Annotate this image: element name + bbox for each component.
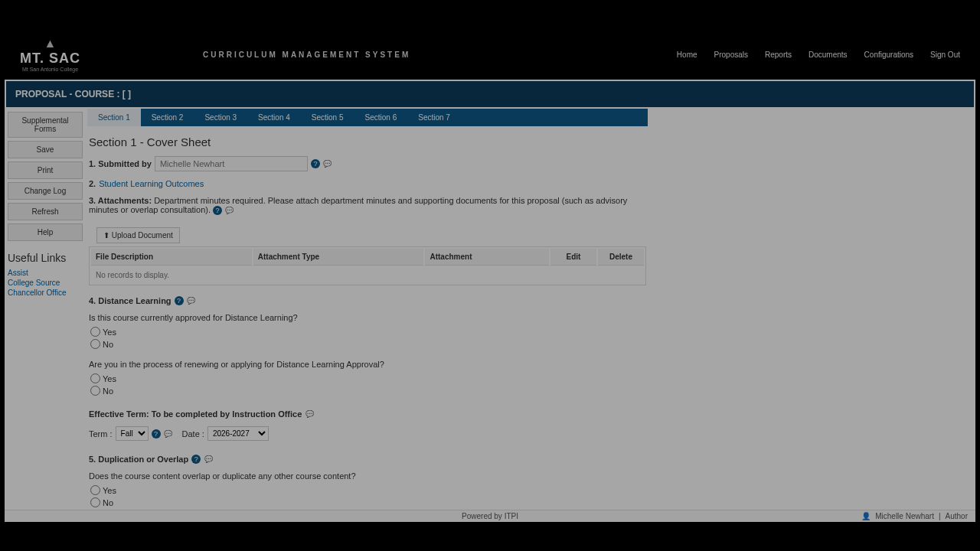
footer: Powered by ITPI 👤 Michelle Newhart | Aut…	[5, 510, 975, 522]
col-attachment-type: Attachment Type	[253, 249, 424, 266]
dl-question-2: Are you in the process of renewing or ap…	[89, 360, 646, 369]
help-icon[interactable]: ?	[213, 206, 222, 215]
yes-label: Yes	[103, 328, 116, 337]
nav-configurations[interactable]: Configurations	[864, 51, 913, 59]
useful-links-title: Useful Links	[8, 252, 83, 264]
comment-icon[interactable]: 💬	[164, 429, 173, 439]
tab-section-4[interactable]: Section 4	[247, 109, 301, 126]
person-icon: 👤	[861, 512, 871, 520]
col-delete: Delete	[598, 249, 644, 266]
overlap-no-radio[interactable]	[90, 497, 100, 507]
comment-icon[interactable]: 💬	[187, 296, 196, 305]
col-file-description: File Description	[91, 249, 252, 266]
link-chancellor-office[interactable]: Chancellor Office	[8, 289, 83, 297]
proposal-titlebar: PROPOSAL - COURSE : [ ]	[6, 81, 974, 107]
app-header: ▲ MT. SAC Mt San Antonio College CURRICU…	[5, 29, 975, 80]
yes-label: Yes	[103, 486, 116, 495]
help-icon[interactable]: ?	[175, 296, 184, 305]
help-icon[interactable]: ?	[311, 159, 320, 168]
section-title: Section 1 - Cover Sheet	[89, 135, 646, 148]
logo: ▲ MT. SAC Mt San Antonio College	[20, 37, 80, 72]
tab-section-6[interactable]: Section 6	[354, 109, 408, 126]
effective-term-label: Effective Term: To be completed by Instr…	[89, 409, 302, 419]
main-panel: Section 1 Section 2 Section 3 Section 4 …	[86, 109, 649, 510]
col-edit: Edit	[550, 249, 596, 266]
nav-sign-out[interactable]: Sign Out	[930, 51, 960, 59]
upload-label: Upload Document	[112, 231, 173, 240]
tab-section-2[interactable]: Section 2	[141, 109, 194, 126]
table-empty-message: No records to display.	[91, 267, 644, 283]
help-icon[interactable]: ?	[191, 455, 201, 464]
upload-icon: ⬆	[103, 231, 109, 240]
top-nav: Home Proposals Reports Documents Configu…	[677, 51, 960, 59]
no-label: No	[103, 498, 113, 507]
save-button[interactable]: Save	[8, 141, 83, 158]
dl-q1-no-radio[interactable]	[90, 339, 100, 349]
footer-user: Michelle Newhart	[875, 512, 934, 520]
no-label: No	[103, 386, 113, 396]
footer-role: Author	[946, 512, 968, 520]
term-label: Term :	[89, 429, 113, 439]
powered-by: Powered by ITPI	[462, 512, 518, 520]
nav-home[interactable]: Home	[677, 51, 697, 59]
submitted-by-label: 1. Submitted by	[89, 159, 152, 168]
overlap-question: Does the course content overlap or dupli…	[89, 471, 646, 481]
dl-question-1: Is this course currently approved for Di…	[89, 313, 646, 322]
date-label: Date :	[182, 429, 204, 439]
col-attachment: Attachment	[425, 249, 549, 266]
supplemental-forms-button[interactable]: Supplemental Forms	[8, 112, 83, 138]
system-title: CURRICULUM MANAGEMENT SYSTEM	[203, 51, 410, 59]
no-label: No	[103, 340, 113, 349]
link-college-source[interactable]: College Source	[8, 279, 83, 287]
link-assist[interactable]: Assist	[8, 269, 83, 277]
tab-section-1[interactable]: Section 1	[87, 109, 141, 126]
help-icon[interactable]: ?	[152, 429, 161, 439]
tab-section-7[interactable]: Section 7	[407, 109, 461, 126]
tab-section-5[interactable]: Section 5	[301, 109, 354, 126]
comment-icon[interactable]: 💬	[224, 206, 234, 215]
footer-sep: |	[939, 512, 941, 520]
change-log-button[interactable]: Change Log	[8, 182, 83, 200]
dl-q1-yes-radio[interactable]	[90, 327, 100, 337]
print-button[interactable]: Print	[8, 161, 83, 179]
submitted-by-input[interactable]	[155, 156, 308, 171]
attachments-text: Department minutes required. Please atta…	[89, 196, 627, 214]
upload-document-button[interactable]: ⬆ Upload Document	[96, 227, 180, 243]
attachments-table: File Description Attachment Type Attachm…	[89, 246, 646, 285]
section-tabs: Section 1 Section 2 Section 3 Section 4 …	[87, 109, 648, 126]
comment-icon[interactable]: 💬	[204, 455, 213, 464]
comment-icon[interactable]: 💬	[305, 409, 314, 419]
attachments-label: 3. Attachments:	[89, 196, 152, 205]
tab-section-3[interactable]: Section 3	[194, 109, 247, 126]
q2-label: 2.	[89, 179, 96, 188]
sidebar: Supplemental Forms Save Print Change Log…	[5, 109, 86, 510]
distance-learning-label: 4. Distance Learning	[89, 296, 172, 305]
nav-proposals[interactable]: Proposals	[714, 51, 748, 59]
duplication-label: 5. Duplication or Overlap	[89, 455, 188, 464]
date-select[interactable]: 2026-2027	[207, 426, 269, 441]
slo-link[interactable]: Student Learning Outcomes	[99, 179, 204, 188]
dl-q2-yes-radio[interactable]	[90, 373, 100, 383]
dl-q2-no-radio[interactable]	[90, 386, 100, 396]
refresh-button[interactable]: Refresh	[8, 203, 83, 220]
term-select[interactable]: Fall	[116, 426, 149, 441]
yes-label: Yes	[103, 374, 116, 383]
overlap-yes-radio[interactable]	[90, 485, 100, 495]
comment-icon[interactable]: 💬	[323, 159, 332, 168]
nav-documents[interactable]: Documents	[808, 51, 848, 59]
nav-reports[interactable]: Reports	[765, 51, 792, 59]
logo-subtext: Mt San Antonio College	[22, 67, 78, 72]
help-button[interactable]: Help	[8, 223, 83, 241]
logo-text: MT. SAC	[20, 51, 80, 67]
